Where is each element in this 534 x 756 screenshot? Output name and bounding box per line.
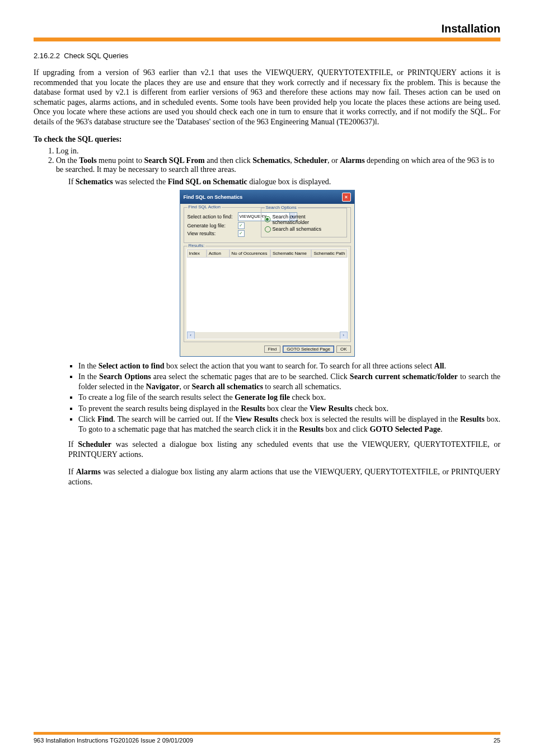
select-action-label: Select action to find:	[188, 214, 238, 220]
col-schematic-name[interactable]: Schematic Name	[270, 249, 311, 258]
if-text3: dialogue box is displayed.	[247, 178, 331, 186]
scheduler-ref: Scheduler	[294, 156, 327, 165]
step-2: On the Tools menu point to Search SQL Fr…	[56, 156, 500, 174]
dialog-titlebar: Find SQL on Schematics ×	[180, 190, 354, 204]
find-sql-dialog: Find SQL on Schematics × Find SQL Action…	[180, 190, 355, 357]
select-action-ref: Select action to find	[99, 362, 165, 370]
col-index[interactable]: Index	[187, 249, 207, 258]
txt: Click	[78, 415, 97, 423]
search-options-legend: Search Options	[265, 205, 298, 210]
alarms-para: If Alarms was selected a dialogue box li…	[68, 467, 500, 487]
txt: If	[68, 468, 76, 476]
goto-ref: GOTO Selected Page	[369, 425, 441, 433]
scheduler-para: If Scheduler was selected a dialogue box…	[68, 440, 500, 459]
txt: box clear the	[265, 404, 310, 413]
txt: was selected a dialogue box listing any …	[68, 440, 500, 459]
txt: check box.	[353, 404, 388, 413]
scroll-right-icon[interactable]: ›	[340, 332, 348, 339]
find-ref: Find	[97, 415, 113, 423]
results-ref: Results	[241, 404, 265, 413]
navigator-ref: Navigator	[146, 382, 180, 391]
footer-page-number: 25	[494, 737, 500, 744]
section-number: 2.16.2.2	[34, 52, 60, 60]
txt: .	[444, 362, 446, 370]
header-divider	[34, 38, 500, 41]
dialog-title-text: Find SQL on Schematics	[184, 194, 243, 200]
schematics-ref: Schematics	[252, 156, 290, 165]
view-results-label: View results:	[188, 231, 238, 236]
bullet-select-action: In the Select action to find box select …	[78, 361, 500, 371]
find-sql-dlg-ref: Find SQL on Schematic	[168, 178, 247, 186]
generate-log-label: Generate log file:	[188, 223, 238, 228]
footer-divider	[34, 732, 500, 735]
scheduler-bold: Scheduler	[78, 440, 111, 449]
scroll-left-icon[interactable]: ‹	[187, 332, 195, 339]
page-footer: 963 Installation Instructions TG201026 I…	[34, 732, 500, 744]
txt: If	[68, 440, 78, 449]
col-schematic-path[interactable]: Schematic Path	[311, 249, 347, 258]
find-button[interactable]: Find	[264, 346, 281, 353]
radio-search-all-label: Search all schematics	[273, 226, 322, 232]
txt: to search all schematics.	[263, 382, 341, 391]
results-listview[interactable]: Index Action No of Occurences Schematic …	[186, 249, 348, 339]
step-2-text2: menu point to	[97, 156, 144, 165]
results-ref2: Results	[460, 415, 485, 423]
results-legend: Results:	[188, 243, 206, 248]
if-text2: was selected the	[113, 178, 168, 186]
instruction-bullets: In the Select action to find box select …	[78, 361, 500, 435]
txt: In the	[78, 372, 99, 381]
schematics-bold: Schematics	[76, 178, 113, 186]
txt: check box.	[290, 393, 326, 402]
horizontal-scrollbar[interactable]: ‹ ›	[187, 332, 348, 339]
if-text: If	[68, 178, 76, 186]
bullet-find: Click Find. The search will be carried o…	[78, 414, 500, 434]
close-icon[interactable]: ×	[342, 193, 351, 202]
search-sql-from-ref: Search SQL From	[144, 156, 204, 165]
txt: . The search will be carried out. If the	[113, 415, 235, 423]
bullet-view-results: To prevent the search results being disp…	[78, 404, 500, 414]
step-2-text3: and then click	[205, 156, 253, 165]
intro-paragraph: If upgrading from a version of 963 earli…	[34, 68, 500, 127]
section-title: Check SQL Queries	[64, 52, 128, 60]
col-no-occurences[interactable]: No of Occurences	[229, 249, 270, 258]
steps-list: Log in. On the Tools menu point to Searc…	[56, 147, 500, 174]
search-current-ref: Search current schematic/folder	[350, 372, 458, 381]
txt: box select the action that you want to s…	[165, 362, 434, 370]
tools-menu-ref: Tools	[79, 156, 96, 165]
all-ref: All	[434, 362, 444, 370]
generate-log-ref: Generate log file	[235, 393, 290, 402]
txt: To prevent the search results being disp…	[78, 404, 241, 413]
ok-button[interactable]: OK	[336, 346, 351, 353]
view-results-ref2: View Results	[235, 415, 278, 423]
radio-search-all[interactable]	[265, 226, 271, 232]
txt: box and click	[324, 425, 369, 433]
if-schematics-para: If Schematics was selected the Find SQL …	[68, 178, 500, 186]
col-action[interactable]: Action	[207, 249, 229, 258]
goto-selected-page-button[interactable]: GOTO Selected Page	[283, 346, 334, 353]
txt: was selected a dialogue box listing any …	[68, 468, 500, 486]
bullet-log-file: To create a log file of the search resul…	[78, 393, 500, 403]
section-heading: 2.16.2.2 Check SQL Queries	[34, 52, 500, 60]
search-all-ref: Search all schematics	[192, 382, 263, 391]
alarms-bold: Alarms	[76, 468, 101, 476]
txt: area select the schematic pages that are…	[151, 372, 350, 381]
alarms-ref: Alarms	[340, 156, 364, 165]
results-header-row: Index Action No of Occurences Schematic …	[187, 249, 348, 258]
txt: check box is selected the results will b…	[278, 415, 460, 423]
results-ref3: Results	[299, 425, 324, 433]
generate-log-checkbox[interactable]: ✓	[238, 222, 245, 229]
bullet-search-options: In the Search Options area select the sc…	[78, 372, 500, 391]
radio-search-current[interactable]	[265, 216, 271, 222]
step-2-text: On the	[56, 156, 79, 165]
page-header-title: Installation	[34, 22, 500, 35]
view-results-ref: View Results	[310, 404, 353, 413]
view-results-checkbox[interactable]: ✓	[238, 230, 245, 237]
txt: In the	[78, 362, 99, 370]
find-action-legend: Find SQL Action	[188, 204, 222, 209]
txt: To create a log file of the search resul…	[78, 393, 235, 402]
txt: .	[441, 425, 443, 433]
radio-search-current-label: Search current schematic/folder	[272, 214, 343, 225]
txt: , or	[179, 382, 191, 391]
step-1: Log in.	[56, 147, 500, 156]
footer-left: 963 Installation Instructions TG201026 I…	[34, 737, 193, 744]
